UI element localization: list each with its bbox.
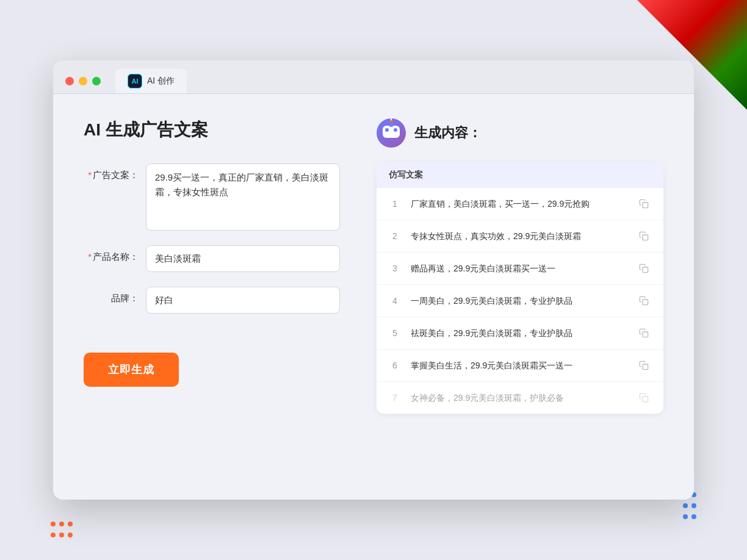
table-row: 4一周美白，29.9元美白淡斑霜，专业护肤品	[377, 285, 663, 317]
page-title: AI 生成广告文案	[84, 118, 340, 142]
results-table: 仿写文案 1厂家直销，美白淡斑霜，买一送一，29.9元抢购2专抹女性斑点，真实功…	[377, 162, 663, 414]
svg-rect-1	[643, 235, 648, 240]
main-content: AI 生成广告文案 *广告文案： *产品名称： 品牌： 立	[53, 94, 694, 484]
product-name-group: *产品名称：	[84, 245, 340, 272]
row-number: 6	[389, 361, 401, 370]
row-number: 7	[389, 393, 401, 403]
row-text: 掌握美白生活，29.9元美白淡斑霜买一送一	[411, 359, 627, 372]
ad-copy-label: *广告文案：	[84, 163, 139, 181]
maximize-button[interactable]	[92, 77, 101, 85]
table-row: 6掌握美白生活，29.9元美白淡斑霜买一送一	[377, 350, 663, 382]
row-text: 一周美白，29.9元美白淡斑霜，专业护肤品	[411, 295, 627, 307]
brand-input[interactable]	[146, 287, 340, 314]
result-header: 生成内容：	[377, 118, 663, 148]
row-number: 2	[389, 231, 401, 241]
row-text: 专抹女性斑点，真实功效，29.9元美白淡斑霜	[411, 230, 627, 243]
svg-rect-4	[643, 332, 648, 337]
product-name-label: *产品名称：	[84, 245, 139, 263]
decorative-dots-bottom	[49, 520, 74, 542]
ad-copy-input[interactable]	[146, 163, 340, 231]
row-text: 赠品再送，29.9元美白淡斑霜买一送一	[411, 262, 627, 275]
svg-rect-2	[643, 267, 648, 273]
row-text: 厂家直销，美白淡斑霜，买一送一，29.9元抢购	[411, 198, 627, 210]
ad-copy-group: *广告文案：	[84, 163, 340, 231]
table-row: 2专抹女性斑点，真实功效，29.9元美白淡斑霜	[377, 220, 663, 253]
svg-rect-6	[643, 397, 648, 402]
result-title: 生成内容：	[414, 124, 482, 142]
copy-icon[interactable]	[637, 196, 651, 211]
title-bar: AI AI 创作	[53, 60, 694, 94]
copy-icon[interactable]	[637, 261, 651, 276]
copy-icon[interactable]	[637, 293, 651, 308]
tab-label: AI 创作	[147, 76, 175, 87]
brand-label: 品牌：	[84, 287, 139, 304]
table-row: 7女神必备，29.9元美白淡斑霜，护肤必备	[377, 382, 663, 414]
close-button[interactable]	[65, 77, 74, 85]
row-number: 1	[389, 199, 401, 209]
table-row: 1厂家直销，美白淡斑霜，买一送一，29.9元抢购	[377, 188, 663, 220]
row-text: 女神必备，29.9元美白淡斑霜，护肤必备	[411, 392, 627, 404]
row-number: 5	[389, 328, 401, 338]
minimize-button[interactable]	[79, 77, 87, 85]
product-name-input[interactable]	[146, 245, 340, 272]
copy-icon[interactable]	[637, 390, 651, 405]
results-list: 1厂家直销，美白淡斑霜，买一送一，29.9元抢购2专抹女性斑点，真实功效，29.…	[377, 188, 663, 414]
browser-window: AI AI 创作 AI 生成广告文案 *广告文案： *产品名称：	[53, 60, 694, 500]
table-row: 3赠品再送，29.9元美白淡斑霜买一送一	[377, 253, 663, 285]
row-text: 祛斑美白，29.9元美白淡斑霜，专业护肤品	[411, 327, 627, 340]
svg-rect-5	[643, 364, 648, 370]
traffic-lights	[65, 77, 101, 85]
svg-rect-3	[643, 300, 648, 305]
left-panel: AI 生成广告文案 *广告文案： *产品名称： 品牌： 立	[84, 118, 340, 460]
brand-group: 品牌：	[84, 287, 340, 314]
row-number: 4	[389, 296, 401, 306]
copy-icon[interactable]	[637, 326, 651, 340]
copy-icon[interactable]	[637, 358, 651, 373]
table-row: 5祛斑美白，29.9元美白淡斑霜，专业护肤品	[377, 317, 663, 350]
ai-tab-icon: AI	[128, 74, 142, 88]
ai-tab[interactable]: AI AI 创作	[115, 69, 187, 93]
row-number: 3	[389, 264, 401, 273]
table-header: 仿写文案	[377, 162, 663, 188]
robot-icon	[377, 118, 406, 148]
copy-icon[interactable]	[637, 229, 651, 243]
svg-rect-0	[643, 203, 648, 208]
right-panel: 生成内容： 仿写文案 1厂家直销，美白淡斑霜，买一送一，29.9元抢购2专抹女性…	[377, 118, 663, 460]
generate-button[interactable]: 立即生成	[84, 353, 179, 387]
